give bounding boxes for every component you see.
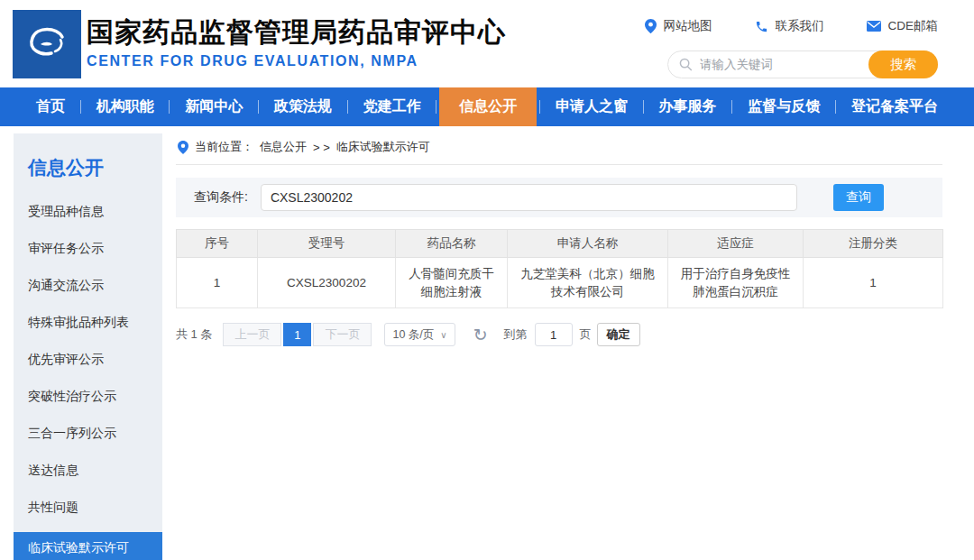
refresh-icon[interactable]: ↻ (473, 326, 488, 344)
cell-indication: 用于治疗自身免疫性肺泡蛋白沉积症 (668, 258, 804, 308)
column-header-drug-name: 药品名称 (396, 230, 508, 258)
phone-icon (755, 20, 768, 33)
contact-us-link[interactable]: 联系我们 (755, 18, 823, 34)
results-table: 序号 受理号 药品名称 申请人名称 适应症 注册分类 1 CXSL2300202… (176, 229, 943, 308)
cell-registration-class: 1 (804, 258, 943, 308)
site-subtitle: CENTER FOR DRUG EVALUATION, NMPA (87, 53, 506, 69)
sidebar: 信息公开 受理品种信息 审评任务公示 沟通交流公示 特殊审批品种列表 优先审评公… (14, 133, 162, 560)
breadcrumb-separator: > > (313, 141, 330, 154)
nav-item-services[interactable]: 办事服务 (647, 87, 730, 126)
envelope-icon (867, 21, 881, 32)
sidebar-item-delivery-info[interactable]: 送达信息 (14, 452, 162, 489)
location-pin-icon (178, 141, 188, 154)
breadcrumb-prefix: 当前位置： (195, 139, 253, 155)
nav-separator (80, 100, 81, 114)
search-icon (679, 58, 693, 71)
header-quick-links: 网站地图 联系我们 CDE邮箱 (645, 18, 938, 34)
nav-item-info-disclosure[interactable]: 信息公开 (439, 87, 537, 126)
prev-page-button[interactable]: 上一页 (223, 323, 281, 346)
page-number-1[interactable]: 1 (283, 323, 311, 346)
contact-us-label: 联系我们 (775, 18, 823, 34)
nav-separator (169, 100, 170, 114)
cell-acceptance-number: CXSL2300202 (258, 258, 396, 308)
nav-item-supervision-feedback[interactable]: 监督与反馈 (735, 87, 832, 126)
sidebar-item-special-approval-list[interactable]: 特殊审批品种列表 (14, 304, 162, 341)
nav-item-home[interactable]: 首页 (23, 87, 78, 126)
cell-index: 1 (177, 258, 258, 308)
chevron-down-icon: ∨ (440, 330, 446, 340)
query-bar: 查询条件: 查询 (176, 178, 942, 217)
nav-item-policies[interactable]: 政策法规 (262, 87, 345, 126)
column-header-acceptance-number: 受理号 (258, 230, 396, 258)
sidebar-item-common-issues[interactable]: 共性问题 (14, 489, 162, 526)
cde-logo[interactable] (13, 10, 81, 78)
nav-separator (436, 100, 436, 114)
cell-applicant-name: 九芝堂美科（北京）细胞技术有限公司 (508, 258, 668, 308)
nav-separator (643, 100, 644, 114)
page-size-select[interactable]: 10 条/页 ∨ (384, 323, 455, 346)
sidebar-item-three-in-one[interactable]: 三合一序列公示 (14, 415, 162, 452)
query-label: 查询条件: (194, 189, 248, 206)
nav-separator (731, 100, 732, 114)
site-title: 国家药品监督管理局药品审评中心 (87, 16, 506, 49)
cde-mail-link[interactable]: CDE邮箱 (867, 18, 938, 34)
header-search-input[interactable] (700, 58, 869, 71)
header-search-button[interactable]: 搜索 (868, 50, 938, 78)
breadcrumb: 当前位置： 信息公开 > > 临床试验默示许可 (176, 133, 942, 165)
page-size-value: 10 条/页 (392, 327, 434, 343)
goto-page-prefix: 到第 (504, 326, 528, 343)
goto-confirm-button[interactable]: 确定 (597, 323, 640, 346)
content-area: 信息公开 受理品种信息 审评任务公示 沟通交流公示 特殊审批品种列表 优先审评公… (0, 126, 974, 560)
column-header-indication: 适应症 (668, 230, 804, 258)
column-header-applicant-name: 申请人名称 (508, 230, 668, 258)
site-header: 国家药品监督管理局药品审评中心 CENTER FOR DRUG EVALUATI… (0, 0, 974, 87)
goto-page-suffix: 页 (580, 326, 592, 343)
next-page-button[interactable]: 下一页 (313, 323, 372, 346)
page: 国家药品监督管理局药品审评中心 CENTER FOR DRUG EVALUATI… (0, 0, 974, 560)
location-pin-icon (645, 19, 657, 33)
nav-item-organization[interactable]: 机构职能 (84, 87, 167, 126)
table-row: 1 CXSL2300202 人骨髓间充质干细胞注射液 九芝堂美科（北京）细胞技术… (177, 258, 943, 308)
nav-item-party-building[interactable]: 党建工作 (351, 87, 434, 126)
column-header-index: 序号 (177, 230, 258, 258)
pagination-total: 共 1 条 (176, 326, 212, 343)
sitemap-label: 网站地图 (663, 18, 712, 34)
sidebar-title: 信息公开 (14, 133, 162, 193)
cde-mail-label: CDE邮箱 (887, 18, 938, 34)
sidebar-item-review-tasks[interactable]: 审评任务公示 (14, 230, 162, 267)
sidebar-item-breakthrough-therapy[interactable]: 突破性治疗公示 (14, 378, 162, 415)
pagination: 共 1 条 上一页 1 下一页 10 条/页 ∨ ↻ 到第 页 确定 (176, 323, 942, 346)
query-input[interactable] (261, 184, 797, 211)
table-header-row: 序号 受理号 药品名称 申请人名称 适应症 注册分类 (177, 230, 943, 258)
nav-item-applicant-window[interactable]: 申请人之窗 (543, 87, 640, 126)
column-header-registration-class: 注册分类 (804, 230, 943, 258)
nav-separator (258, 100, 259, 114)
nav-separator (539, 100, 540, 114)
nav-item-news[interactable]: 新闻中心 (172, 87, 255, 126)
breadcrumb-section[interactable]: 信息公开 (260, 139, 307, 155)
brand-block: 国家药品监督管理局药品审评中心 CENTER FOR DRUG EVALUATI… (87, 16, 506, 69)
sitemap-link[interactable]: 网站地图 (645, 18, 712, 34)
sidebar-item-accepted-varieties[interactable]: 受理品种信息 (14, 193, 162, 230)
query-button[interactable]: 查询 (833, 184, 884, 211)
cell-drug-name: 人骨髓间充质干细胞注射液 (396, 258, 508, 308)
sidebar-item-communication[interactable]: 沟通交流公示 (14, 267, 162, 304)
goto-page-input[interactable] (535, 323, 573, 346)
sidebar-item-priority-review[interactable]: 优先审评公示 (14, 341, 162, 378)
main-panel: 当前位置： 信息公开 > > 临床试验默示许可 查询条件: 查询 序号 受 (176, 133, 942, 346)
nav-separator (835, 100, 836, 114)
sidebar-item-clinical-trial-implied-license[interactable]: 临床试验默示许可 (14, 532, 162, 560)
swan-logo-icon (21, 18, 73, 70)
header-search-box: 搜索 (667, 50, 938, 78)
main-nav: 首页 机构职能 新闻中心 政策法规 党建工作 信息公开 申请人之窗 办事服务 监… (0, 87, 974, 126)
nav-item-registration-platform[interactable]: 登记备案平台 (839, 87, 951, 126)
breadcrumb-current: 临床试验默示许可 (336, 139, 430, 155)
nav-separator (347, 100, 348, 114)
